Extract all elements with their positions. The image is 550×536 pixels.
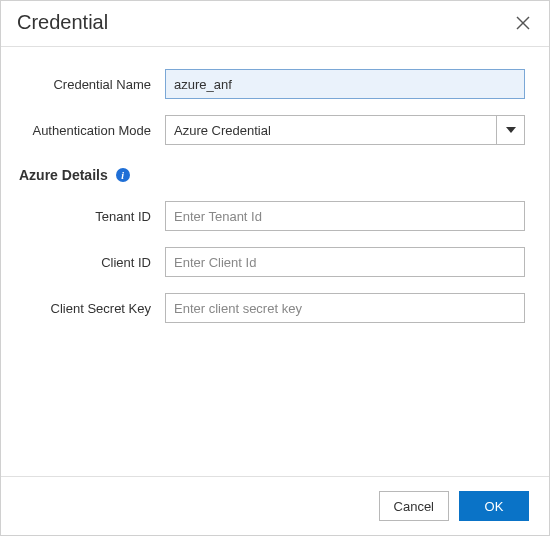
label-client-id: Client ID xyxy=(25,255,165,270)
info-icon[interactable]: i xyxy=(116,168,130,182)
row-auth-mode: Authentication Mode Azure Credential xyxy=(25,115,525,145)
auth-mode-value: Azure Credential xyxy=(166,116,496,144)
label-auth-mode: Authentication Mode xyxy=(25,123,165,138)
label-tenant-id: Tenant ID xyxy=(25,209,165,224)
section-azure-details: Azure Details i xyxy=(19,167,525,183)
close-icon xyxy=(516,16,530,30)
section-title: Azure Details xyxy=(19,167,108,183)
row-tenant-id: Tenant ID xyxy=(25,201,525,231)
svg-marker-2 xyxy=(506,127,516,133)
credential-name-input[interactable] xyxy=(165,69,525,99)
row-client-id: Client ID xyxy=(25,247,525,277)
dialog-title: Credential xyxy=(17,11,108,34)
cancel-button[interactable]: Cancel xyxy=(379,491,449,521)
client-id-input[interactable] xyxy=(165,247,525,277)
dialog-footer: Cancel OK xyxy=(1,476,549,535)
credential-dialog: Credential Credential Name Authenticatio… xyxy=(0,0,550,536)
dialog-body: Credential Name Authentication Mode Azur… xyxy=(1,47,549,476)
client-secret-input[interactable] xyxy=(165,293,525,323)
auth-mode-caret[interactable] xyxy=(496,116,524,144)
tenant-id-input[interactable] xyxy=(165,201,525,231)
auth-mode-select[interactable]: Azure Credential xyxy=(165,115,525,145)
row-credential-name: Credential Name xyxy=(25,69,525,99)
row-client-secret: Client Secret Key xyxy=(25,293,525,323)
dialog-header: Credential xyxy=(1,1,549,47)
label-credential-name: Credential Name xyxy=(25,77,165,92)
chevron-down-icon xyxy=(506,127,516,133)
ok-button[interactable]: OK xyxy=(459,491,529,521)
label-client-secret: Client Secret Key xyxy=(25,301,165,316)
close-button[interactable] xyxy=(513,13,533,33)
